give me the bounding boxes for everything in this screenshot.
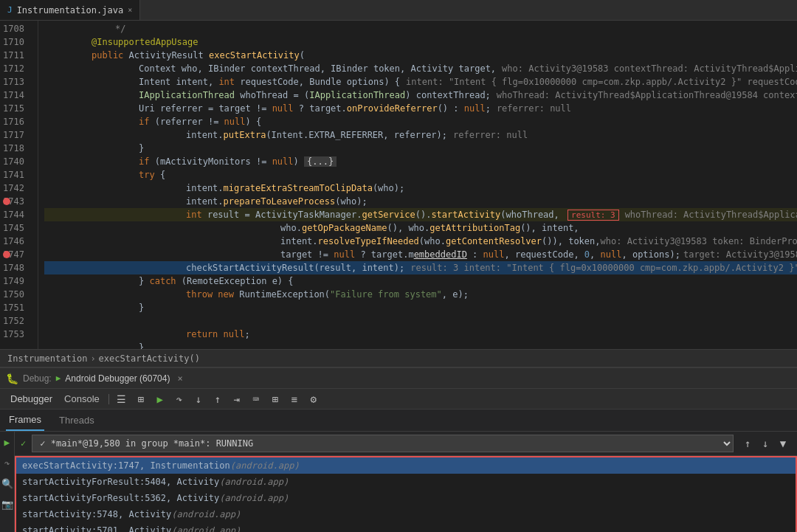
ln-1715: 1715	[0, 102, 30, 115]
ln-1749: 1749	[0, 274, 30, 288]
ln-1712: 1712	[0, 62, 30, 75]
debug-session-close[interactable]: ×	[177, 373, 182, 384]
code-line-1749: throw new RuntimeException("Failure from…	[44, 288, 797, 301]
debug-session-label[interactable]: Android Debugger (60704)	[65, 373, 170, 384]
breadcrumb-sep1: ›	[90, 353, 95, 364]
checkmark-icon: ✓	[21, 438, 26, 449]
debugger-tab-btn[interactable]: Debugger	[6, 391, 57, 407]
debug-toolbar-row: Debugger Console ☰ ⊞ ▶ ↷ ↓ ↑ ⇥ ⌨ ⊞ ≡ ⚙	[0, 389, 797, 410]
frame-item-0[interactable]: execStartActivity:1747, Instrumentation …	[16, 457, 796, 474]
thread-selector: ✓ ✓ *main*@19,580 in group *main*: RUNNI…	[15, 432, 797, 456]
breadcrumb-class[interactable]: Instrumentation	[7, 353, 87, 364]
ln-1716: 1716	[0, 115, 30, 128]
code-line-1747: checkStartActivityResult(result, intent)…	[44, 261, 797, 274]
tab-close[interactable]: ×	[128, 6, 132, 14]
ln-1717: 1717	[0, 128, 30, 142]
sub-tabs: Frames Threads	[0, 410, 797, 432]
evaluate-btn[interactable]: ⌨	[248, 391, 264, 407]
step-out-btn[interactable]: ↑	[210, 391, 226, 407]
code-line-1742: intent.prepareToLeaveProcess(who);	[44, 195, 797, 208]
cam-gutter-btn[interactable]: 📷	[1, 497, 13, 511]
ln-1710: 1710	[0, 35, 30, 49]
frame-item-4[interactable]: startActivity:5701, Activity (android.ap…	[16, 522, 796, 532]
thread-filter-btn[interactable]: ▼	[775, 435, 791, 452]
debug-label: Debug:	[23, 373, 52, 384]
ln-1746: 1746	[0, 235, 30, 248]
code-lines: 1708 1710 1711 1712 1713 1714 1715 1716 …	[0, 21, 797, 349]
code-line-1710: @InsupportedAppUsage	[44, 35, 797, 49]
ln-1708: 1708	[0, 22, 30, 35]
thread-up-btn[interactable]: ↑	[739, 435, 756, 452]
step-into-btn[interactable]: ↓	[190, 391, 207, 407]
ln-1753: 1753	[0, 328, 30, 341]
code-line-1746: target != null ? target.membeddedID : nu…	[44, 248, 797, 261]
file-icon: J	[7, 5, 13, 15]
code-line-1752: return null;	[44, 328, 797, 341]
code-line-1753: }	[44, 341, 797, 349]
thread-controls: ↑ ↓ ▼	[739, 435, 791, 452]
code-line-1741: intent.migrateExtraStreamToClipData(who)…	[44, 182, 797, 195]
frame-item-1[interactable]: startActivityForResult:5404, Activity (a…	[16, 474, 796, 490]
frames-list: execStartActivity:1747, Instrumentation …	[15, 456, 797, 532]
ln-1711: 1711	[0, 49, 30, 62]
ln-1742: 1742	[0, 182, 30, 195]
resume-btn[interactable]: ▶	[152, 391, 168, 407]
breadcrumb: Instrumentation › execStartActivity()	[0, 349, 797, 367]
code-line-1750: }	[44, 301, 797, 314]
ln-1745: 1745	[0, 221, 30, 235]
code-line-1711: public ActivityResult execStartActivity(	[44, 49, 797, 62]
filter-gutter-btn[interactable]: 🔍	[1, 476, 13, 491]
debug-panel: 🐛 Debug: ▶ Android Debugger (60704) × De…	[0, 367, 797, 532]
code-line-1745: intent.resolveTypeIfNeeded(who.getConten…	[44, 235, 797, 248]
ln-1750: 1750	[0, 288, 30, 301]
code-line-1708: */	[44, 22, 797, 35]
run-cursor-btn[interactable]: ⇥	[229, 391, 245, 407]
tab-filename: Instrumentation.java	[17, 5, 124, 15]
thread-select[interactable]: ✓ *main*@19,580 in group *main*: RUNNING	[32, 435, 734, 452]
ln-1747[interactable]: 1747	[0, 248, 30, 261]
tab-bar: J Instrumentation.java ×	[0, 0, 797, 21]
code-line-1743: int result = ActivityTaskManager.getServ…	[44, 208, 797, 221]
code-line-try: try {	[44, 168, 797, 182]
code-line-1751	[44, 314, 797, 328]
ln-1751: 1751	[0, 301, 30, 314]
code-line-1740: if (mActivityMonitors != null) {...}	[44, 155, 797, 168]
settings-btn[interactable]: ⚙	[306, 391, 322, 407]
ln-1743[interactable]: 1743	[0, 195, 30, 208]
code-line-1715: Uri referrer = target != null ? target.o…	[44, 102, 797, 115]
frame-item-2[interactable]: startActivityForResult:5362, Activity (a…	[16, 490, 796, 506]
mute-btn[interactable]: ≡	[286, 391, 303, 407]
code-content: */ @InsupportedAppUsage public ActivityR…	[38, 21, 797, 349]
file-tab[interactable]: J Instrumentation.java ×	[0, 0, 140, 20]
code-line-1744: who.getOpPackageName(), who.getAttributi…	[44, 221, 797, 235]
code-line-1713: Intent intent, int requestCode, Bundle o…	[44, 75, 797, 89]
ln-1741: 1741	[0, 168, 30, 182]
breakpoints-btn[interactable]: ⊞	[267, 391, 283, 407]
code-line-1748: } catch (RemoteException e) {	[44, 274, 797, 288]
debug-content: ▶ ↷ 🔍 📷 ✓ ✓ *main*@19,580 in group *main…	[0, 432, 797, 532]
layout-btn[interactable]: ⊞	[133, 391, 149, 407]
line-numbers: 1708 1710 1711 1712 1713 1714 1715 1716 …	[0, 21, 38, 349]
code-line-1718: }	[44, 142, 797, 155]
debug-toolbar: Debugger Console ☰ ⊞ ▶ ↷ ↓ ↑ ⇥ ⌨ ⊞ ≡ ⚙	[0, 391, 797, 407]
code-line-1716: if (referrer != null) {	[44, 115, 797, 128]
console-tab-btn[interactable]: Console	[60, 391, 104, 407]
frame-item-3[interactable]: startActivity:5748, Activity (android.ap…	[16, 506, 796, 522]
ln-1713: 1713	[0, 75, 30, 89]
step-over-btn[interactable]: ↷	[171, 391, 187, 407]
code-editor: 1708 1710 1711 1712 1713 1714 1715 1716 …	[0, 21, 797, 349]
resume-gutter-btn[interactable]: ▶	[4, 435, 10, 449]
filter-btn[interactable]: ☰	[114, 391, 130, 407]
ln-1718: 1718	[0, 142, 30, 155]
tab-frames[interactable]: Frames	[6, 410, 44, 431]
tab-threads[interactable]: Threads	[56, 410, 97, 431]
code-line-1717: intent.putExtra(Intent.EXTRA_REFERRER, r…	[44, 128, 797, 142]
breadcrumb-method[interactable]: execStartActivity()	[99, 353, 200, 364]
ln-1714: 1714	[0, 89, 30, 102]
step-gutter-btn[interactable]: ↷	[4, 455, 10, 470]
ln-1740: 1740	[0, 155, 30, 168]
ln-1744: 1744	[0, 208, 30, 221]
code-line-1714: IApplicationThread whoThread = (IApplica…	[44, 89, 797, 102]
debug-session-icon: ▶	[56, 373, 61, 383]
thread-down-btn[interactable]: ↓	[757, 435, 773, 452]
